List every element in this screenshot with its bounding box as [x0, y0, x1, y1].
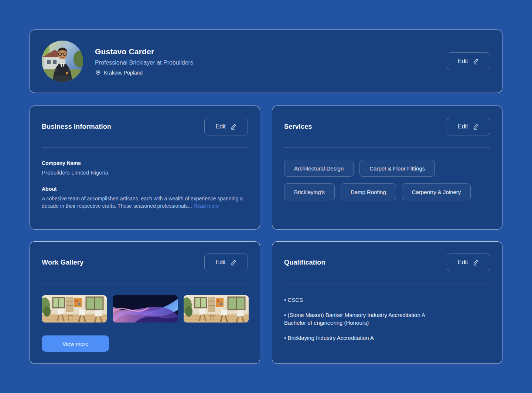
service-tag: Damp Roofing — [341, 183, 396, 200]
business-info-card: Business Information Edit Company Name P… — [30, 106, 260, 230]
service-tag: Bricklaying's — [284, 183, 335, 200]
gallery-thumbnails — [42, 295, 248, 323]
location-pin-icon — [95, 70, 101, 76]
profile-edit-button[interactable]: Edit — [447, 52, 490, 70]
cards-grid: Business Information Edit Company Name P… — [30, 106, 502, 364]
about-text: A cohesive team of accomplished artisans… — [42, 195, 248, 210]
profile-info: Gustavo Carder Professional Bricklayer a… — [95, 47, 447, 76]
profile-page: Gustavo Carder Professional Bricklayer a… — [30, 0, 502, 364]
pencil-icon — [473, 259, 479, 266]
business-info-edit-label: Edit — [215, 123, 226, 130]
work-gallery-edit-button[interactable]: Edit — [204, 254, 248, 271]
business-info-header: Business Information Edit — [42, 118, 248, 135]
company-name-value: Probuilders Limited Nigeria — [42, 169, 248, 176]
pencil-icon — [230, 123, 237, 130]
abstract-blue-waves-graphic — [113, 295, 178, 323]
art-studio-photo — [42, 295, 107, 323]
qualification-item-text: CSCS — [284, 296, 490, 304]
business-info-edit-button[interactable]: Edit — [204, 118, 248, 135]
avatar — [42, 41, 83, 82]
man-in-suit-portrait — [42, 41, 83, 82]
work-gallery-header: Work Gallery Edit — [42, 254, 248, 271]
qualification-item: Bricklaying Industry Accreditation A — [284, 334, 490, 342]
services-card: Services Edit Architectural Design Carpe… — [272, 106, 502, 230]
about-label: About — [42, 186, 248, 192]
qualification-header: Qualification Edit — [284, 254, 490, 271]
company-name-label: Company Name — [42, 160, 248, 166]
view-more-button[interactable]: View more — [42, 335, 109, 352]
qualification-item: (Stone Mason) Banker Mansory Industry Ac… — [284, 311, 490, 327]
work-gallery-edit-label: Edit — [215, 259, 226, 266]
profile-header-card: Gustavo Carder Professional Bricklayer a… — [30, 30, 502, 93]
qualification-item: CSCS — [284, 296, 490, 304]
services-edit-label: Edit — [458, 123, 468, 130]
pencil-icon — [473, 58, 479, 65]
gallery-thumbnail-art-studio[interactable] — [42, 295, 107, 323]
divider — [284, 283, 490, 283]
art-studio-photo — [184, 295, 249, 323]
profile-headline: Professional Bricklayer at Probuilders — [95, 59, 447, 66]
profile-location-text: Krakow, Popland — [104, 70, 143, 76]
pencil-icon — [473, 123, 479, 130]
services-title: Services — [284, 123, 312, 131]
gallery-thumbnail-abstract-waves[interactable] — [113, 295, 178, 323]
work-gallery-title: Work Gallery — [42, 259, 83, 266]
business-info-title: Business Information — [42, 123, 111, 131]
service-tag: Carpentry & Joinery — [402, 183, 471, 200]
divider — [42, 147, 248, 148]
divider — [42, 283, 248, 283]
gallery-thumbnail-art-studio[interactable] — [184, 295, 249, 323]
qualification-edit-label: Edit — [458, 259, 468, 266]
profile-name: Gustavo Carder — [95, 47, 447, 56]
qualification-item-text: Bachelor of engineering (Honours) — [284, 319, 490, 327]
service-tag: Carpet & Floor Fittings — [359, 160, 435, 177]
services-edit-button[interactable]: Edit — [447, 118, 490, 135]
service-tag: Architectural Design — [284, 160, 354, 177]
work-gallery-card: Work Gallery Edit — [30, 241, 260, 364]
qualification-title: Qualification — [284, 259, 325, 266]
divider — [284, 147, 490, 148]
profile-location: Krakow, Popland — [95, 70, 447, 76]
qualification-list: CSCS (Stone Mason) Banker Mansory Indust… — [284, 296, 490, 342]
qualification-edit-button[interactable]: Edit — [447, 254, 490, 271]
services-header: Services Edit — [284, 118, 490, 135]
read-more-link[interactable]: Read more — [194, 203, 219, 209]
profile-edit-label: Edit — [458, 58, 468, 65]
pencil-icon — [230, 259, 237, 266]
qualification-item-text: Bricklaying Industry Accreditation A — [284, 334, 490, 342]
qualification-item-text: (Stone Mason) Banker Mansory Industry Ac… — [284, 311, 490, 319]
qualification-card: Qualification Edit CSCS (Stone Mason) Ba… — [272, 241, 502, 364]
service-tags: Architectural Design Carpet & Floor Fitt… — [284, 160, 490, 200]
